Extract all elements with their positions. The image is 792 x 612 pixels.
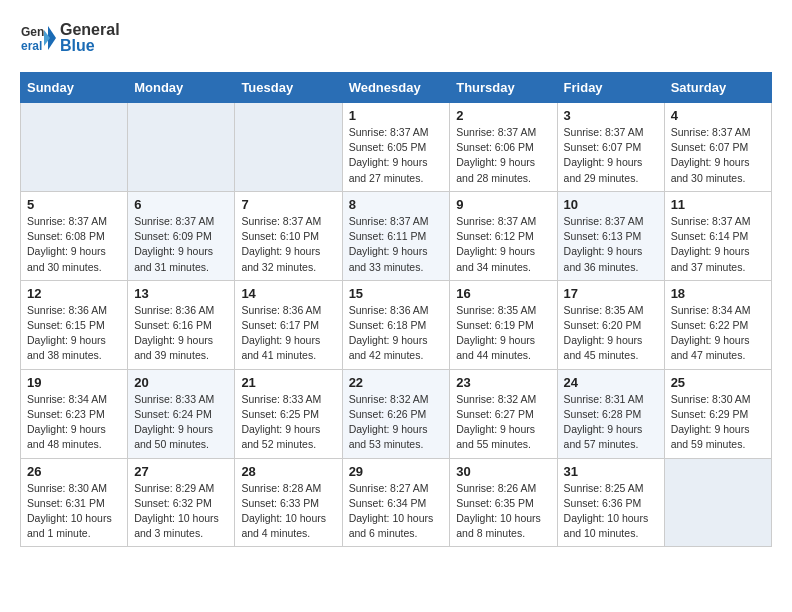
calendar-cell xyxy=(21,103,128,192)
day-info: Sunrise: 8:30 AM Sunset: 6:29 PM Dayligh… xyxy=(671,392,765,453)
day-info: Sunrise: 8:26 AM Sunset: 6:35 PM Dayligh… xyxy=(456,481,550,542)
day-number: 30 xyxy=(456,464,550,479)
day-number: 31 xyxy=(564,464,658,479)
page-header: Gen eral General Blue xyxy=(20,20,772,56)
logo-blue: Blue xyxy=(60,37,95,54)
calendar-cell: 9Sunrise: 8:37 AM Sunset: 6:12 PM Daylig… xyxy=(450,191,557,280)
calendar-cell: 6Sunrise: 8:37 AM Sunset: 6:09 PM Daylig… xyxy=(128,191,235,280)
calendar-cell xyxy=(128,103,235,192)
calendar-cell: 11Sunrise: 8:37 AM Sunset: 6:14 PM Dayli… xyxy=(664,191,771,280)
day-number: 13 xyxy=(134,286,228,301)
day-info: Sunrise: 8:37 AM Sunset: 6:08 PM Dayligh… xyxy=(27,214,121,275)
day-number: 2 xyxy=(456,108,550,123)
day-number: 18 xyxy=(671,286,765,301)
calendar-week: 19Sunrise: 8:34 AM Sunset: 6:23 PM Dayli… xyxy=(21,369,772,458)
day-info: Sunrise: 8:35 AM Sunset: 6:20 PM Dayligh… xyxy=(564,303,658,364)
day-number: 3 xyxy=(564,108,658,123)
day-number: 14 xyxy=(241,286,335,301)
calendar-cell: 15Sunrise: 8:36 AM Sunset: 6:18 PM Dayli… xyxy=(342,280,450,369)
calendar-cell: 31Sunrise: 8:25 AM Sunset: 6:36 PM Dayli… xyxy=(557,458,664,547)
day-number: 27 xyxy=(134,464,228,479)
calendar-cell: 10Sunrise: 8:37 AM Sunset: 6:13 PM Dayli… xyxy=(557,191,664,280)
day-info: Sunrise: 8:37 AM Sunset: 6:10 PM Dayligh… xyxy=(241,214,335,275)
calendar-cell xyxy=(235,103,342,192)
calendar-week: 1Sunrise: 8:37 AM Sunset: 6:05 PM Daylig… xyxy=(21,103,772,192)
day-info: Sunrise: 8:37 AM Sunset: 6:07 PM Dayligh… xyxy=(564,125,658,186)
day-info: Sunrise: 8:32 AM Sunset: 6:26 PM Dayligh… xyxy=(349,392,444,453)
calendar-table: SundayMondayTuesdayWednesdayThursdayFrid… xyxy=(20,72,772,547)
day-number: 24 xyxy=(564,375,658,390)
day-number: 21 xyxy=(241,375,335,390)
day-number: 20 xyxy=(134,375,228,390)
day-info: Sunrise: 8:27 AM Sunset: 6:34 PM Dayligh… xyxy=(349,481,444,542)
logo-icon: Gen eral xyxy=(20,20,56,56)
weekday-header: Tuesday xyxy=(235,73,342,103)
calendar-cell: 22Sunrise: 8:32 AM Sunset: 6:26 PM Dayli… xyxy=(342,369,450,458)
day-number: 17 xyxy=(564,286,658,301)
day-info: Sunrise: 8:33 AM Sunset: 6:25 PM Dayligh… xyxy=(241,392,335,453)
calendar-cell: 13Sunrise: 8:36 AM Sunset: 6:16 PM Dayli… xyxy=(128,280,235,369)
day-info: Sunrise: 8:30 AM Sunset: 6:31 PM Dayligh… xyxy=(27,481,121,542)
weekday-header: Friday xyxy=(557,73,664,103)
day-number: 7 xyxy=(241,197,335,212)
calendar-cell: 25Sunrise: 8:30 AM Sunset: 6:29 PM Dayli… xyxy=(664,369,771,458)
day-info: Sunrise: 8:33 AM Sunset: 6:24 PM Dayligh… xyxy=(134,392,228,453)
logo: Gen eral General Blue xyxy=(20,20,120,56)
day-info: Sunrise: 8:35 AM Sunset: 6:19 PM Dayligh… xyxy=(456,303,550,364)
calendar-cell: 27Sunrise: 8:29 AM Sunset: 6:32 PM Dayli… xyxy=(128,458,235,547)
day-info: Sunrise: 8:36 AM Sunset: 6:17 PM Dayligh… xyxy=(241,303,335,364)
day-info: Sunrise: 8:28 AM Sunset: 6:33 PM Dayligh… xyxy=(241,481,335,542)
calendar-cell: 29Sunrise: 8:27 AM Sunset: 6:34 PM Dayli… xyxy=(342,458,450,547)
day-number: 15 xyxy=(349,286,444,301)
day-info: Sunrise: 8:25 AM Sunset: 6:36 PM Dayligh… xyxy=(564,481,658,542)
calendar-cell xyxy=(664,458,771,547)
day-info: Sunrise: 8:32 AM Sunset: 6:27 PM Dayligh… xyxy=(456,392,550,453)
day-info: Sunrise: 8:37 AM Sunset: 6:09 PM Dayligh… xyxy=(134,214,228,275)
calendar-cell: 3Sunrise: 8:37 AM Sunset: 6:07 PM Daylig… xyxy=(557,103,664,192)
day-number: 23 xyxy=(456,375,550,390)
calendar-cell: 17Sunrise: 8:35 AM Sunset: 6:20 PM Dayli… xyxy=(557,280,664,369)
weekday-header: Sunday xyxy=(21,73,128,103)
day-info: Sunrise: 8:34 AM Sunset: 6:23 PM Dayligh… xyxy=(27,392,121,453)
day-number: 10 xyxy=(564,197,658,212)
day-number: 26 xyxy=(27,464,121,479)
weekday-header: Thursday xyxy=(450,73,557,103)
weekday-header: Saturday xyxy=(664,73,771,103)
day-info: Sunrise: 8:29 AM Sunset: 6:32 PM Dayligh… xyxy=(134,481,228,542)
day-info: Sunrise: 8:37 AM Sunset: 6:06 PM Dayligh… xyxy=(456,125,550,186)
day-info: Sunrise: 8:36 AM Sunset: 6:15 PM Dayligh… xyxy=(27,303,121,364)
day-number: 22 xyxy=(349,375,444,390)
calendar-cell: 20Sunrise: 8:33 AM Sunset: 6:24 PM Dayli… xyxy=(128,369,235,458)
day-number: 12 xyxy=(27,286,121,301)
calendar-cell: 19Sunrise: 8:34 AM Sunset: 6:23 PM Dayli… xyxy=(21,369,128,458)
day-number: 29 xyxy=(349,464,444,479)
calendar-cell: 30Sunrise: 8:26 AM Sunset: 6:35 PM Dayli… xyxy=(450,458,557,547)
calendar-cell: 24Sunrise: 8:31 AM Sunset: 6:28 PM Dayli… xyxy=(557,369,664,458)
day-number: 25 xyxy=(671,375,765,390)
day-number: 6 xyxy=(134,197,228,212)
calendar-week: 5Sunrise: 8:37 AM Sunset: 6:08 PM Daylig… xyxy=(21,191,772,280)
svg-text:eral: eral xyxy=(21,39,42,53)
day-info: Sunrise: 8:34 AM Sunset: 6:22 PM Dayligh… xyxy=(671,303,765,364)
calendar-cell: 8Sunrise: 8:37 AM Sunset: 6:11 PM Daylig… xyxy=(342,191,450,280)
day-number: 28 xyxy=(241,464,335,479)
weekday-row: SundayMondayTuesdayWednesdayThursdayFrid… xyxy=(21,73,772,103)
logo-general: General xyxy=(60,21,120,38)
calendar-week: 26Sunrise: 8:30 AM Sunset: 6:31 PM Dayli… xyxy=(21,458,772,547)
day-info: Sunrise: 8:37 AM Sunset: 6:11 PM Dayligh… xyxy=(349,214,444,275)
day-info: Sunrise: 8:36 AM Sunset: 6:18 PM Dayligh… xyxy=(349,303,444,364)
calendar-cell: 14Sunrise: 8:36 AM Sunset: 6:17 PM Dayli… xyxy=(235,280,342,369)
calendar-cell: 5Sunrise: 8:37 AM Sunset: 6:08 PM Daylig… xyxy=(21,191,128,280)
day-number: 16 xyxy=(456,286,550,301)
day-info: Sunrise: 8:37 AM Sunset: 6:05 PM Dayligh… xyxy=(349,125,444,186)
calendar-week: 12Sunrise: 8:36 AM Sunset: 6:15 PM Dayli… xyxy=(21,280,772,369)
day-info: Sunrise: 8:37 AM Sunset: 6:12 PM Dayligh… xyxy=(456,214,550,275)
calendar-cell: 23Sunrise: 8:32 AM Sunset: 6:27 PM Dayli… xyxy=(450,369,557,458)
day-info: Sunrise: 8:37 AM Sunset: 6:14 PM Dayligh… xyxy=(671,214,765,275)
calendar-cell: 2Sunrise: 8:37 AM Sunset: 6:06 PM Daylig… xyxy=(450,103,557,192)
day-info: Sunrise: 8:37 AM Sunset: 6:07 PM Dayligh… xyxy=(671,125,765,186)
day-info: Sunrise: 8:36 AM Sunset: 6:16 PM Dayligh… xyxy=(134,303,228,364)
day-info: Sunrise: 8:31 AM Sunset: 6:28 PM Dayligh… xyxy=(564,392,658,453)
calendar-header: SundayMondayTuesdayWednesdayThursdayFrid… xyxy=(21,73,772,103)
calendar-cell: 7Sunrise: 8:37 AM Sunset: 6:10 PM Daylig… xyxy=(235,191,342,280)
